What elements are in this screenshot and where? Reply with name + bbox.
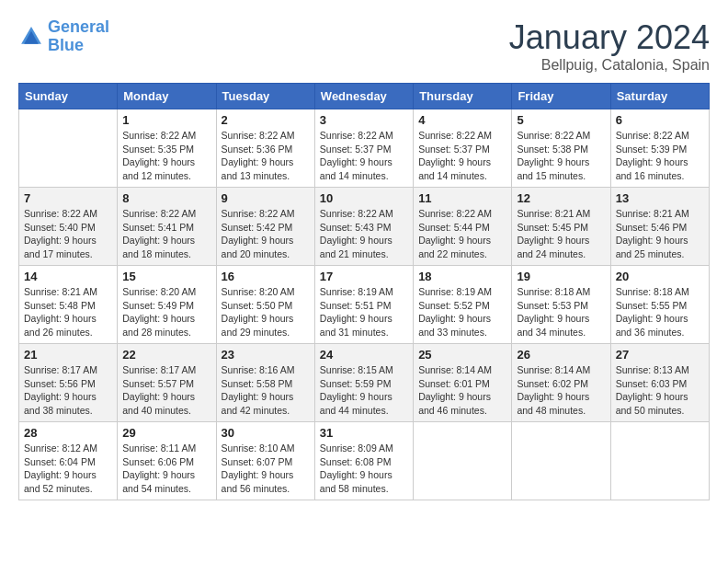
day-number: 12 <box>517 191 605 205</box>
day-info: Sunrise: 8:11 AMSunset: 6:06 PMDaylight:… <box>122 442 210 496</box>
day-cell: 16Sunrise: 8:20 AMSunset: 5:50 PMDayligh… <box>216 266 314 344</box>
day-cell: 6Sunrise: 8:22 AMSunset: 5:39 PMDaylight… <box>610 109 709 188</box>
day-info: Sunrise: 8:19 AMSunset: 5:51 PMDaylight:… <box>320 285 408 339</box>
day-number: 18 <box>418 270 506 283</box>
day-info: Sunrise: 8:22 AMSunset: 5:42 PMDaylight:… <box>222 207 310 261</box>
month-title: January 2024 <box>509 18 710 57</box>
day-cell: 20Sunrise: 8:18 AMSunset: 5:55 PMDayligh… <box>610 266 709 344</box>
day-cell: 23Sunrise: 8:16 AMSunset: 5:58 PMDayligh… <box>216 344 314 422</box>
day-cell <box>19 109 118 188</box>
day-cell <box>512 422 610 500</box>
day-number: 29 <box>122 426 210 440</box>
week-row-5: 28Sunrise: 8:12 AMSunset: 6:04 PMDayligh… <box>19 422 710 500</box>
day-cell: 17Sunrise: 8:19 AMSunset: 5:51 PMDayligh… <box>314 266 413 344</box>
day-number: 7 <box>24 191 112 205</box>
week-row-2: 7Sunrise: 8:22 AMSunset: 5:40 PMDaylight… <box>19 188 710 266</box>
day-number: 15 <box>122 270 210 283</box>
col-header-wednesday: Wednesday <box>314 84 413 109</box>
day-number: 25 <box>418 348 506 362</box>
day-cell: 15Sunrise: 8:20 AMSunset: 5:49 PMDayligh… <box>118 266 216 344</box>
day-number: 9 <box>222 191 310 205</box>
day-info: Sunrise: 8:14 AMSunset: 6:02 PMDaylight:… <box>517 363 605 418</box>
day-info: Sunrise: 8:22 AMSunset: 5:35 PMDaylight:… <box>122 129 210 183</box>
day-cell: 8Sunrise: 8:22 AMSunset: 5:41 PMDaylight… <box>118 188 216 266</box>
day-info: Sunrise: 8:20 AMSunset: 5:49 PMDaylight:… <box>122 285 210 339</box>
day-cell: 2Sunrise: 8:22 AMSunset: 5:36 PMDaylight… <box>216 109 314 188</box>
week-row-1: 1Sunrise: 8:22 AMSunset: 5:35 PMDaylight… <box>19 109 710 188</box>
col-header-friday: Friday <box>512 84 610 109</box>
day-number: 20 <box>616 270 704 283</box>
day-cell: 19Sunrise: 8:18 AMSunset: 5:53 PMDayligh… <box>512 266 610 344</box>
day-number: 31 <box>320 426 408 440</box>
day-info: Sunrise: 8:21 AMSunset: 5:45 PMDaylight:… <box>517 207 605 261</box>
day-info: Sunrise: 8:20 AMSunset: 5:50 PMDaylight:… <box>222 285 310 339</box>
day-info: Sunrise: 8:10 AMSunset: 6:07 PMDaylight:… <box>222 442 310 496</box>
day-number: 11 <box>418 191 506 205</box>
week-row-4: 21Sunrise: 8:17 AMSunset: 5:56 PMDayligh… <box>19 344 710 422</box>
day-cell: 12Sunrise: 8:21 AMSunset: 5:45 PMDayligh… <box>512 188 610 266</box>
day-cell: 27Sunrise: 8:13 AMSunset: 6:03 PMDayligh… <box>610 344 709 422</box>
logo-icon <box>18 24 44 50</box>
day-cell: 4Sunrise: 8:22 AMSunset: 5:37 PMDaylight… <box>414 109 512 188</box>
day-number: 27 <box>616 348 704 362</box>
day-info: Sunrise: 8:22 AMSunset: 5:41 PMDaylight:… <box>122 207 210 261</box>
day-number: 19 <box>517 270 605 283</box>
day-info: Sunrise: 8:17 AMSunset: 5:57 PMDaylight:… <box>122 363 210 418</box>
day-cell: 11Sunrise: 8:22 AMSunset: 5:44 PMDayligh… <box>414 188 512 266</box>
day-number: 21 <box>24 348 112 362</box>
day-number: 14 <box>24 270 112 283</box>
day-cell: 9Sunrise: 8:22 AMSunset: 5:42 PMDaylight… <box>216 188 314 266</box>
day-number: 26 <box>517 348 605 362</box>
day-info: Sunrise: 8:18 AMSunset: 5:53 PMDaylight:… <box>517 285 605 339</box>
day-cell: 29Sunrise: 8:11 AMSunset: 6:06 PMDayligh… <box>118 422 216 500</box>
day-number: 6 <box>616 113 704 127</box>
col-header-thursday: Thursday <box>414 84 512 109</box>
day-info: Sunrise: 8:09 AMSunset: 6:08 PMDaylight:… <box>320 442 408 496</box>
day-cell: 28Sunrise: 8:12 AMSunset: 6:04 PMDayligh… <box>19 422 118 500</box>
day-cell: 1Sunrise: 8:22 AMSunset: 5:35 PMDaylight… <box>118 109 216 188</box>
day-cell: 24Sunrise: 8:15 AMSunset: 5:59 PMDayligh… <box>314 344 413 422</box>
day-info: Sunrise: 8:22 AMSunset: 5:37 PMDaylight:… <box>320 129 408 183</box>
day-cell: 5Sunrise: 8:22 AMSunset: 5:38 PMDaylight… <box>512 109 610 188</box>
day-info: Sunrise: 8:13 AMSunset: 6:03 PMDaylight:… <box>616 363 704 418</box>
logo-general: General <box>48 17 109 36</box>
day-cell: 3Sunrise: 8:22 AMSunset: 5:37 PMDaylight… <box>314 109 413 188</box>
day-number: 30 <box>222 426 310 440</box>
day-info: Sunrise: 8:22 AMSunset: 5:43 PMDaylight:… <box>320 207 408 261</box>
day-cell: 30Sunrise: 8:10 AMSunset: 6:07 PMDayligh… <box>216 422 314 500</box>
col-header-saturday: Saturday <box>610 84 709 109</box>
day-number: 5 <box>517 113 605 127</box>
day-number: 23 <box>222 348 310 362</box>
day-info: Sunrise: 8:15 AMSunset: 5:59 PMDaylight:… <box>320 363 408 418</box>
day-cell: 18Sunrise: 8:19 AMSunset: 5:52 PMDayligh… <box>414 266 512 344</box>
day-cell: 10Sunrise: 8:22 AMSunset: 5:43 PMDayligh… <box>314 188 413 266</box>
day-info: Sunrise: 8:22 AMSunset: 5:37 PMDaylight:… <box>418 129 506 183</box>
day-number: 13 <box>616 191 704 205</box>
day-number: 16 <box>222 270 310 283</box>
day-cell <box>610 422 709 500</box>
logo-text: General Blue <box>48 18 109 55</box>
day-cell: 21Sunrise: 8:17 AMSunset: 5:56 PMDayligh… <box>19 344 118 422</box>
day-cell: 14Sunrise: 8:21 AMSunset: 5:48 PMDayligh… <box>19 266 118 344</box>
day-cell: 22Sunrise: 8:17 AMSunset: 5:57 PMDayligh… <box>118 344 216 422</box>
col-header-monday: Monday <box>118 84 216 109</box>
day-number: 17 <box>320 270 408 283</box>
day-info: Sunrise: 8:22 AMSunset: 5:39 PMDaylight:… <box>616 129 704 183</box>
day-cell <box>414 422 512 500</box>
day-number: 28 <box>24 426 112 440</box>
header-row: SundayMondayTuesdayWednesdayThursdayFrid… <box>19 84 710 109</box>
day-info: Sunrise: 8:19 AMSunset: 5:52 PMDaylight:… <box>418 285 506 339</box>
day-info: Sunrise: 8:12 AMSunset: 6:04 PMDaylight:… <box>24 442 112 496</box>
day-number: 8 <box>122 191 210 205</box>
day-info: Sunrise: 8:17 AMSunset: 5:56 PMDaylight:… <box>24 363 112 418</box>
day-info: Sunrise: 8:22 AMSunset: 5:44 PMDaylight:… <box>418 207 506 261</box>
day-number: 4 <box>418 113 506 127</box>
day-info: Sunrise: 8:22 AMSunset: 5:38 PMDaylight:… <box>517 129 605 183</box>
day-info: Sunrise: 8:22 AMSunset: 5:36 PMDaylight:… <box>222 129 310 183</box>
logo: General Blue <box>18 18 109 55</box>
day-number: 3 <box>320 113 408 127</box>
day-info: Sunrise: 8:21 AMSunset: 5:48 PMDaylight:… <box>24 285 112 339</box>
day-info: Sunrise: 8:22 AMSunset: 5:40 PMDaylight:… <box>24 207 112 261</box>
logo-blue: Blue <box>48 36 84 54</box>
col-header-sunday: Sunday <box>19 84 118 109</box>
